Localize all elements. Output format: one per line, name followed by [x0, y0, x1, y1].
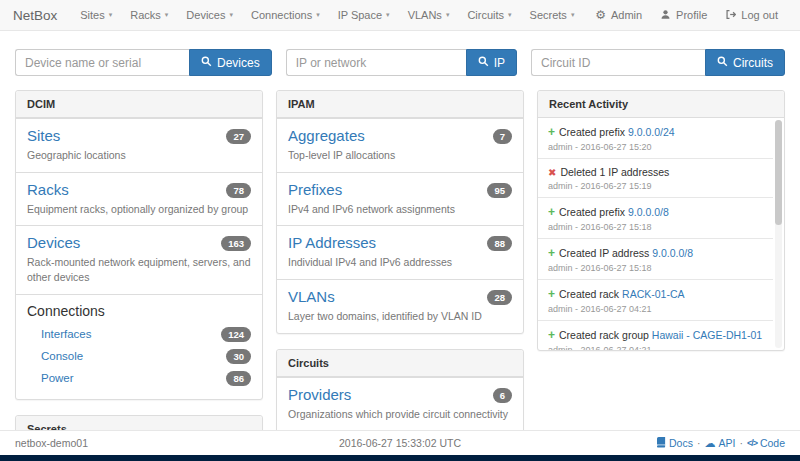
brand-netbox[interactable]: NetBox: [13, 8, 57, 23]
count-badge: 86: [226, 371, 251, 386]
panel-title: DCIM: [16, 91, 262, 118]
power-link[interactable]: Power: [41, 372, 74, 384]
scrollbar-thumb[interactable]: [775, 120, 782, 225]
nav-item-vlans[interactable]: VLANs ▾: [399, 9, 459, 21]
activity-action: Created prefix: [559, 126, 628, 138]
ip-search-input[interactable]: [286, 49, 466, 76]
list-item-providers: 6 Providers Organizations which provide …: [277, 377, 523, 431]
activity-body: +Created prefix 9.0.0.0/24 admin - 2016-…: [538, 118, 784, 350]
book-icon: [656, 437, 666, 450]
connections-heading: Connections: [27, 303, 251, 319]
activity-entry: +Created IP address 9.0.0.0/8 admin - 20…: [538, 238, 773, 279]
connections-row-interfaces: Interfaces 124: [27, 324, 251, 346]
activity-text: +Created prefix 9.0.0.0/8: [548, 205, 769, 219]
footer-links: Docs · ☁ API · </> Code: [656, 437, 785, 450]
providers-link[interactable]: Providers: [288, 386, 351, 403]
count-badge: 124: [221, 327, 251, 342]
item-description: Layer two domains, identified by VLAN ID: [288, 309, 512, 324]
plus-icon: +: [548, 328, 555, 342]
prefixes-link[interactable]: Prefixes: [288, 181, 342, 198]
plus-icon: +: [548, 205, 555, 219]
console-link[interactable]: Console: [41, 350, 83, 362]
chevron-down-icon: ▾: [508, 11, 512, 19]
footer-link-label: API: [718, 437, 735, 449]
device-search-input[interactable]: [15, 49, 189, 76]
count-badge: 95: [487, 183, 512, 198]
nav-item-admin[interactable]: ⚙ Admin: [586, 9, 651, 21]
ip-addresses-link[interactable]: IP Addresses: [288, 234, 376, 251]
separator-dot: ·: [697, 437, 701, 449]
activity-meta: admin - 2016-06-27 15:18: [548, 263, 769, 273]
sites-link[interactable]: Sites: [27, 127, 60, 144]
api-link[interactable]: ☁ API: [704, 437, 735, 449]
activity-object-link[interactable]: 9.0.0.0/8: [628, 206, 669, 218]
list-item-vlans: 28 VLANs Layer two domains, identified b…: [277, 279, 523, 333]
delete-icon: ✖: [548, 167, 556, 178]
vlans-link[interactable]: VLANs: [288, 288, 335, 305]
panel-title: Recent Activity: [538, 91, 784, 118]
search-button-label: Circuits: [733, 56, 773, 70]
search-devices-button[interactable]: Devices: [189, 49, 272, 76]
activity-text: +Created prefix 9.0.0.0/24: [548, 125, 769, 139]
plus-icon: +: [548, 287, 555, 301]
device-search-group: Devices: [15, 49, 272, 76]
nav-item-racks[interactable]: Racks ▾: [121, 9, 177, 21]
circuit-search-input[interactable]: [531, 49, 705, 76]
nav-item-connections[interactable]: Connections ▾: [242, 9, 329, 21]
search-icon: [717, 56, 728, 70]
activity-scrollbar[interactable]: [775, 120, 782, 348]
nav-item-secrets[interactable]: Secrets ▾: [521, 9, 584, 21]
activity-object-link[interactable]: 9.0.0.0/8: [652, 247, 693, 259]
code-link[interactable]: </> Code: [747, 437, 785, 449]
activity-action: Created prefix: [559, 206, 628, 218]
footer-link-label: Code: [760, 437, 785, 449]
nav-item-sites[interactable]: Sites ▾: [71, 9, 121, 21]
nav-item-ip-space[interactable]: IP Space ▾: [329, 9, 399, 21]
item-description: Geographic locations: [27, 148, 251, 163]
nav-item-label: Sites: [80, 9, 104, 21]
nav-item-circuits[interactable]: Circuits ▾: [458, 9, 520, 21]
activity-object-link[interactable]: Hawaii - CAGE-DH1-01: [652, 329, 762, 341]
user-icon: [660, 9, 671, 22]
search-circuits-button[interactable]: Circuits: [705, 49, 785, 76]
activity-action: Created rack: [559, 288, 622, 300]
count-badge: 7: [493, 129, 512, 144]
nav-item-logout[interactable]: Log out: [716, 9, 787, 22]
activity-meta: admin - 2016-06-27 04:21: [548, 345, 769, 350]
chevron-down-icon: ▾: [229, 11, 233, 19]
nav-item-label: Admin: [611, 9, 642, 21]
circuit-search-group: Circuits: [531, 49, 785, 76]
activity-meta: admin - 2016-06-27 15:18: [548, 222, 769, 232]
nav-item-label: Log out: [741, 9, 778, 21]
item-description: Organizations which provide circuit conn…: [288, 407, 512, 422]
navbar: NetBox Sites ▾ Racks ▾ Devices ▾ Connect…: [0, 0, 800, 31]
activity-text: +Created rack RACK-01-CA: [548, 287, 769, 301]
activity-text: +Created IP address 9.0.0.0/8: [548, 246, 769, 260]
gear-icon: ⚙: [595, 9, 606, 21]
aggregates-link[interactable]: Aggregates: [288, 127, 365, 144]
activity-object-link[interactable]: 9.0.0.0/24: [628, 126, 675, 138]
activity-object-link[interactable]: RACK-01-CA: [622, 288, 684, 300]
navbar-right: ⚙ Admin Profile Log out: [586, 9, 787, 22]
count-badge: 88: [487, 236, 512, 251]
footer-link-label: Docs: [669, 437, 693, 449]
docs-link[interactable]: Docs: [656, 437, 693, 450]
devices-link[interactable]: Devices: [27, 234, 80, 251]
nav-item-label: Racks: [130, 9, 161, 21]
footer: netbox-demo01 2016-06-27 15:33:02 UTC Do…: [0, 430, 800, 455]
count-badge: 78: [226, 183, 251, 198]
bottom-accent-strip: [0, 455, 800, 461]
list-item-devices: 163 Devices Rack-mounted network equipme…: [16, 225, 262, 293]
plus-icon: +: [548, 246, 555, 260]
activity-entry: +Created prefix 9.0.0.0/24 admin - 2016-…: [538, 118, 773, 158]
search-ip-button[interactable]: IP: [466, 49, 517, 76]
interfaces-link[interactable]: Interfaces: [41, 328, 92, 340]
connections-row-power: Power 86: [27, 368, 251, 390]
chevron-down-icon: ▾: [165, 11, 169, 19]
chevron-down-icon: ▾: [316, 11, 320, 19]
item-description: Individual IPv4 and IPv6 addresses: [288, 255, 512, 270]
racks-link[interactable]: Racks: [27, 181, 69, 198]
nav-item-profile[interactable]: Profile: [651, 9, 716, 22]
nav-item-devices[interactable]: Devices ▾: [177, 9, 242, 21]
count-badge: 30: [226, 349, 251, 364]
